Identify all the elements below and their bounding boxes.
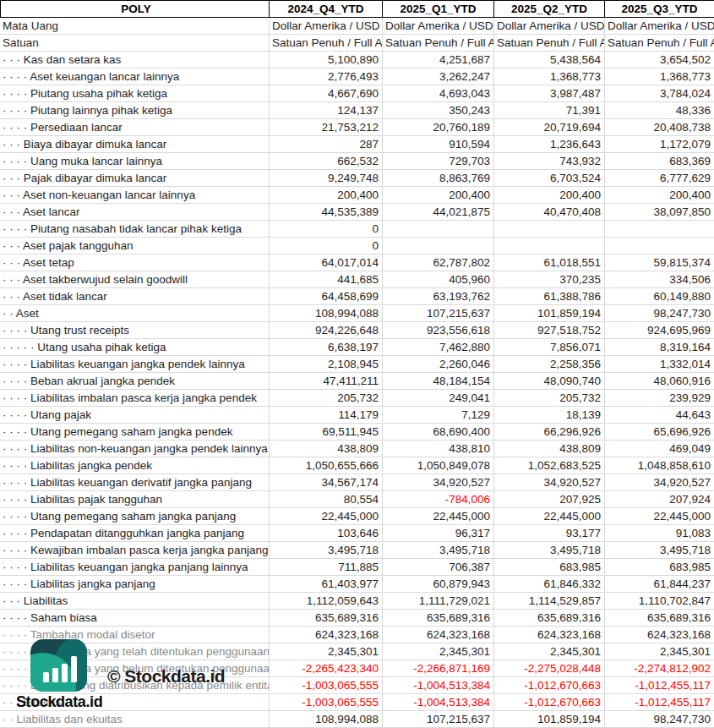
table-row: · · Liabilitas dan ekuitas108,994,088107… bbox=[0, 711, 714, 728]
row-label: Mata Uang bbox=[0, 18, 269, 34]
meta-value: Dollar Amerika / USD bbox=[493, 18, 604, 34]
cell-value: 683,369 bbox=[604, 153, 714, 169]
row-label: · · · · Liabilitas jangka pendek bbox=[0, 457, 269, 473]
column-header-2024-q4: 2024_Q4_YTD bbox=[269, 1, 382, 17]
cell-value: 107,215,637 bbox=[382, 305, 493, 321]
meta-value: Dollar Amerika / USD bbox=[604, 18, 714, 34]
cell-value: 635,689,316 bbox=[382, 610, 493, 626]
row-label: · · · · Beban akrual jangka pendek bbox=[0, 373, 269, 389]
meta-value: Satuan Penuh / Full A bbox=[269, 35, 382, 51]
table-row: · · · · Aset keuangan lancar lainnya2,77… bbox=[0, 68, 714, 85]
row-label: · · · Aset lancar bbox=[0, 204, 269, 220]
cell-value: 108,994,088 bbox=[269, 711, 382, 727]
financial-statement-table: POLY 2024_Q4_YTD 2025_Q1_YTD 2025_Q2_YTD… bbox=[0, 0, 714, 728]
cell-value: 44,021,875 bbox=[382, 204, 493, 220]
copyright-watermark: © Stockdata.id bbox=[107, 666, 225, 687]
cell-value: 1,114,529,857 bbox=[493, 593, 604, 609]
cell-value: 2,258,356 bbox=[493, 356, 604, 372]
bar-chart-icon bbox=[43, 656, 77, 682]
cell-value: 1,111,729,021 bbox=[382, 593, 493, 609]
table-row: · · · · Tambahan modal disetor624,323,16… bbox=[0, 627, 714, 643]
cell-value: -2,274,812,902 bbox=[604, 660, 714, 676]
table-row: · · · · Liabilitas keuangan jangka pende… bbox=[0, 356, 714, 373]
cell-value: 3,495,718 bbox=[493, 542, 604, 558]
cell-value: 22,445,000 bbox=[493, 508, 604, 524]
cell-value: 711,885 bbox=[269, 559, 382, 575]
table-row: · · · · · Saldo laba yang telah ditentuk… bbox=[0, 643, 714, 660]
table-row: · · · · Liabilitas jangka panjang61,403,… bbox=[0, 576, 714, 593]
cell-value: -1,012,455,117 bbox=[604, 694, 714, 710]
table-row: · · · · Liabilitas non-keuangan jangka p… bbox=[0, 441, 714, 457]
table-row: · · · Aset tidak lancar64,458,69963,193,… bbox=[0, 288, 714, 305]
cell-value: 4,667,690 bbox=[269, 85, 382, 101]
cell-value: 20,408,738 bbox=[604, 119, 714, 135]
table-row: · · · Aset non-keuangan lancar lainnya20… bbox=[0, 187, 714, 204]
table-row: · · · · Liabilitas jangka pendek1,050,65… bbox=[0, 457, 714, 474]
cell-value: 624,323,168 bbox=[604, 627, 714, 643]
cell-value: 21,753,212 bbox=[269, 119, 382, 135]
cell-value: 8,319,164 bbox=[604, 339, 714, 355]
row-label: · · · · Utang pemegang saham jangka panj… bbox=[0, 508, 269, 524]
row-label: · · · · Uang muka lancar lainnya bbox=[0, 153, 269, 169]
cell-value: 6,777,629 bbox=[604, 170, 714, 186]
table-row: Mata UangDollar Amerika / USDDollar Amer… bbox=[0, 18, 714, 35]
cell-value: 1,332,014 bbox=[604, 356, 714, 372]
row-label: · · · · Liabilitas imbalan pasca kerja j… bbox=[0, 390, 269, 406]
cell-value: 405,960 bbox=[382, 271, 493, 287]
cell-value: 438,809 bbox=[269, 441, 382, 457]
row-label: · · · · Piutang lainnya pihak ketiga bbox=[0, 102, 269, 118]
table-row: · · · · Persediaan lancar21,753,21220,76… bbox=[0, 119, 714, 136]
table-row: · · · · Utang pemegang saham jangka pend… bbox=[0, 424, 714, 441]
cell-value: 3,495,718 bbox=[269, 542, 382, 558]
cell-value: 108,994,088 bbox=[269, 305, 382, 321]
cell-value: 635,689,316 bbox=[604, 610, 714, 626]
cell-value: 98,247,730 bbox=[604, 711, 714, 727]
cell-value: -784,006 bbox=[382, 491, 493, 507]
cell-value: 62,787,802 bbox=[382, 255, 493, 271]
cell-value: 107,215,637 bbox=[382, 711, 493, 727]
row-label: · · · · Kewajiban imbalan pasca kerja ja… bbox=[0, 542, 269, 558]
cell-value: 743,932 bbox=[493, 153, 604, 169]
row-label: · · · · Pendapatan ditangguhkan jangka p… bbox=[0, 525, 269, 541]
table-row: · · · Ekuitas-1,003,065,555-1,004,513,38… bbox=[0, 694, 714, 711]
row-label: · · · · Piutang usaha pihak ketiga bbox=[0, 85, 269, 101]
row-label: · · · Aset non-keuangan lancar lainnya bbox=[0, 187, 269, 203]
cell-value: 48,090,740 bbox=[493, 373, 604, 389]
cell-value: 22,445,000 bbox=[269, 508, 382, 524]
cell-value: 683,985 bbox=[604, 559, 714, 575]
cell-value: 1,048,858,610 bbox=[604, 457, 714, 473]
cell-value: -2,265,423,340 bbox=[269, 660, 382, 676]
cell-value: 6,638,197 bbox=[269, 339, 382, 355]
cell-value: 207,925 bbox=[493, 491, 604, 507]
cell-value: 350,243 bbox=[382, 102, 493, 118]
cell-value: 5,438,564 bbox=[493, 52, 604, 68]
cell-value: 69,511,945 bbox=[269, 424, 382, 440]
cell-value: 200,400 bbox=[382, 187, 493, 203]
cell-value: 2,108,945 bbox=[269, 356, 382, 372]
row-label: · · · · Liabilitas pajak tangguhan bbox=[0, 491, 269, 507]
meta-value: Dollar Amerika / USD bbox=[269, 18, 382, 34]
cell-value: 334,506 bbox=[604, 271, 714, 287]
table-row: · · · Liabilitas1,112,059,6431,111,729,0… bbox=[0, 593, 714, 610]
table-row: · · · Biaya dibayar dimuka lancar287910,… bbox=[0, 136, 714, 153]
cell-value: 7,856,071 bbox=[493, 339, 604, 355]
cell-value: 65,696,926 bbox=[604, 424, 714, 440]
cell-value: 205,732 bbox=[493, 390, 604, 406]
row-label: · · · · · Utang usaha pihak ketiga bbox=[0, 339, 269, 355]
cell-value: 910,594 bbox=[382, 136, 493, 152]
table-row: · · · · Saham biasa635,689,316635,689,31… bbox=[0, 610, 714, 627]
cell-value: 624,323,168 bbox=[493, 627, 604, 643]
table-row: · · · · Utang pemegang saham jangka panj… bbox=[0, 508, 714, 525]
cell-value: 1,050,655,666 bbox=[269, 457, 382, 473]
cell-value: 1,368,773 bbox=[493, 68, 604, 85]
table-row: · · · Aset pajak tangguhan0 bbox=[0, 238, 714, 255]
cell-value: 683,985 bbox=[493, 559, 604, 575]
cell-value: 2,260,046 bbox=[382, 356, 493, 372]
cell-value: 1,110,702,847 bbox=[604, 593, 714, 609]
cell-value: 200,400 bbox=[269, 187, 382, 203]
table-header-row: POLY 2024_Q4_YTD 2025_Q1_YTD 2025_Q2_YTD… bbox=[0, 0, 714, 18]
table-body: Mata UangDollar Amerika / USDDollar Amer… bbox=[0, 18, 714, 728]
cell-value: 64,458,699 bbox=[269, 288, 382, 304]
cell-value: 93,177 bbox=[493, 525, 604, 541]
table-row: · · · Aset lancar44,535,38944,021,87540,… bbox=[0, 204, 714, 221]
